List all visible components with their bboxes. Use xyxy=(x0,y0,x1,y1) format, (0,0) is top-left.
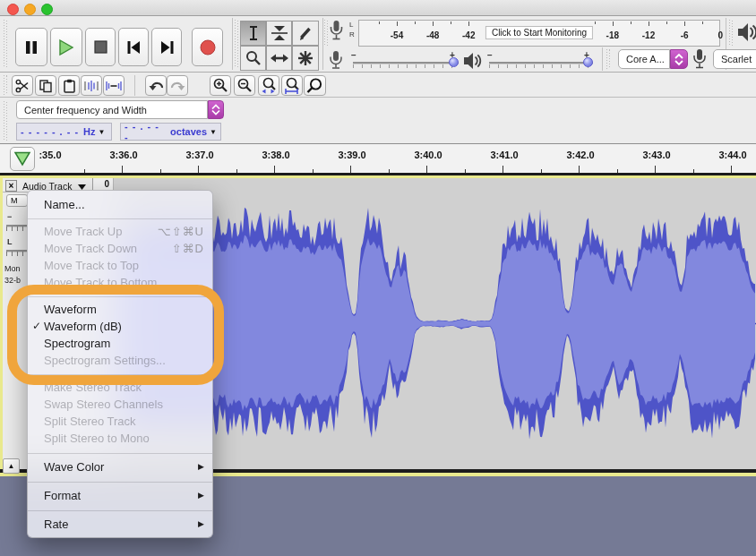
timeline-major-tick xyxy=(579,166,580,173)
menu-item-move-track-down: Move Track Down⇧⌘D xyxy=(28,240,212,257)
menu-separator xyxy=(28,213,212,223)
audio-host-select[interactable]: Core A... xyxy=(618,49,670,69)
submenu-arrow-icon: ▶ xyxy=(198,458,204,475)
meter-channel-right: R xyxy=(349,30,355,38)
selection-tool-button[interactable] xyxy=(240,21,266,46)
stop-button[interactable] xyxy=(85,28,116,66)
zoom-window-button[interactable] xyxy=(41,4,53,15)
spectral-bandwidth-field[interactable]: - - . - - - octaves ▼ xyxy=(120,123,221,141)
spectral-mode-stepper[interactable] xyxy=(208,100,224,119)
monitor-label[interactable]: Click to Start Monitoring xyxy=(485,26,593,39)
panel-scroll-up-button[interactable]: ▲ xyxy=(3,458,20,474)
menu-item-label: Spectrogram Settings... xyxy=(44,354,166,367)
menu-separator xyxy=(28,447,212,458)
playback-volume-thumb[interactable] xyxy=(583,57,593,67)
paste-button[interactable] xyxy=(58,75,80,96)
zoom-tool-button[interactable] xyxy=(240,46,266,71)
time-shift-tool-button[interactable] xyxy=(266,46,292,71)
spectral-bandwidth-value: - - . - - - xyxy=(125,121,166,142)
pencil-icon xyxy=(297,25,314,41)
close-track-button[interactable]: × xyxy=(5,180,17,192)
zoom-in-button[interactable] xyxy=(210,75,231,96)
spectral-mode-select[interactable]: Center frequency and Width xyxy=(16,100,208,119)
cut-button[interactable] xyxy=(12,75,33,96)
silence-audio-button[interactable] xyxy=(103,75,125,96)
menu-item-wave-color[interactable]: Wave Color▶ xyxy=(28,458,212,475)
record-button[interactable] xyxy=(192,28,223,66)
edit-toolbar-grip[interactable] xyxy=(4,75,8,95)
chevron-up-icon xyxy=(211,105,220,109)
timeline-major-tick xyxy=(503,166,503,173)
track-info-format: 32-b xyxy=(4,276,21,285)
mute-button[interactable]: M xyxy=(6,194,28,207)
menu-item-waveform[interactable]: Waveform xyxy=(28,301,212,318)
toolbar-separator xyxy=(134,75,135,96)
play-button[interactable] xyxy=(50,28,82,66)
minimize-window-button[interactable] xyxy=(24,4,36,15)
meter-tick xyxy=(631,21,631,24)
timeline-label: 3:38.0 xyxy=(262,150,289,160)
menu-separator xyxy=(28,475,212,487)
zoom-out-button[interactable] xyxy=(234,75,255,96)
bandwidth-unit-caret-icon[interactable]: ▼ xyxy=(210,128,217,136)
trim-audio-icon xyxy=(83,79,99,93)
zoom-toggle-button[interactable] xyxy=(304,75,326,96)
toolbar-divider xyxy=(0,97,756,98)
recording-volume-thumb[interactable] xyxy=(449,57,459,67)
fit-project-button[interactable] xyxy=(281,75,303,96)
envelope-tool-button[interactable] xyxy=(266,21,292,46)
chevron-up-icon xyxy=(674,54,683,59)
timeline-label: :35.0 xyxy=(39,150,61,160)
audio-host-value: Core A... xyxy=(626,54,665,64)
playback-meter-grip[interactable] xyxy=(729,20,734,47)
audio-host-stepper[interactable] xyxy=(670,49,688,69)
trim-audio-button[interactable] xyxy=(81,75,102,96)
meter-scale-label: -42 xyxy=(462,30,475,40)
input-device-value: Scarlet xyxy=(721,54,752,64)
menu-item-rate[interactable]: Rate▶ xyxy=(28,516,212,533)
timeline-label: 3:43.0 xyxy=(642,150,670,160)
input-device-select[interactable]: Scarlet xyxy=(713,49,756,69)
timeline-ruler[interactable]: :35.03:36.03:37.03:38.03:39.03:40.03:41.… xyxy=(0,144,756,175)
spectral-frequency-field[interactable]: - - - - - . - - Hz ▼ xyxy=(16,123,112,141)
menu-item-format[interactable]: Format▶ xyxy=(28,487,212,504)
menu-item-move-track-to-top: Move Track to Top xyxy=(28,257,212,274)
timeline-major-tick xyxy=(198,166,199,173)
menu-item-waveform-db[interactable]: ✓Waveform (dB) xyxy=(28,318,212,335)
skip-to-end-icon xyxy=(159,40,175,55)
track-selected-border-left xyxy=(0,175,3,476)
double-arrow-icon xyxy=(271,52,288,64)
menu-item-label: Move Track Down xyxy=(44,242,137,255)
recording-meter[interactable]: -54-48-42-18-12-60 Click to Start Monito… xyxy=(358,20,720,47)
timeline-label: 3:36.0 xyxy=(109,150,137,160)
timeline-major-tick xyxy=(655,166,656,173)
menu-item-spectrogram[interactable]: Spectrogram xyxy=(28,335,212,352)
pause-button[interactable] xyxy=(15,28,47,66)
transport-toolbar-grip[interactable] xyxy=(4,20,8,68)
skip-to-start-button[interactable] xyxy=(118,28,149,66)
silence-audio-icon xyxy=(105,79,123,93)
fit-selection-button[interactable] xyxy=(258,75,279,96)
draw-tool-button[interactable] xyxy=(292,21,319,46)
gain-slider-ticks xyxy=(6,227,28,231)
device-toolbar-grip[interactable] xyxy=(606,49,611,69)
tools-toolbar-grip[interactable] xyxy=(235,20,239,68)
play-head-pin-icon xyxy=(13,151,31,167)
menu-item-name[interactable]: Name... xyxy=(28,196,212,213)
menu-item-label: Spectrogram xyxy=(44,337,110,350)
skip-to-end-button[interactable] xyxy=(151,28,182,66)
spectral-toolbar-grip[interactable] xyxy=(4,101,8,141)
close-window-button[interactable] xyxy=(7,4,19,15)
copy-icon xyxy=(39,79,53,93)
frequency-unit-caret-icon[interactable]: ▼ xyxy=(99,128,106,136)
meter-scale-label: -12 xyxy=(642,30,655,40)
menu-item-label: Name... xyxy=(44,198,85,211)
copy-button[interactable] xyxy=(35,75,56,96)
pinned-play-head-button[interactable] xyxy=(10,147,35,171)
meter-tick xyxy=(649,21,649,26)
undo-button[interactable] xyxy=(145,75,167,96)
redo-button[interactable] xyxy=(167,75,188,96)
multi-tool-button[interactable] xyxy=(292,46,319,71)
checkmark-icon: ✓ xyxy=(32,318,41,335)
meter-tick xyxy=(595,21,596,24)
